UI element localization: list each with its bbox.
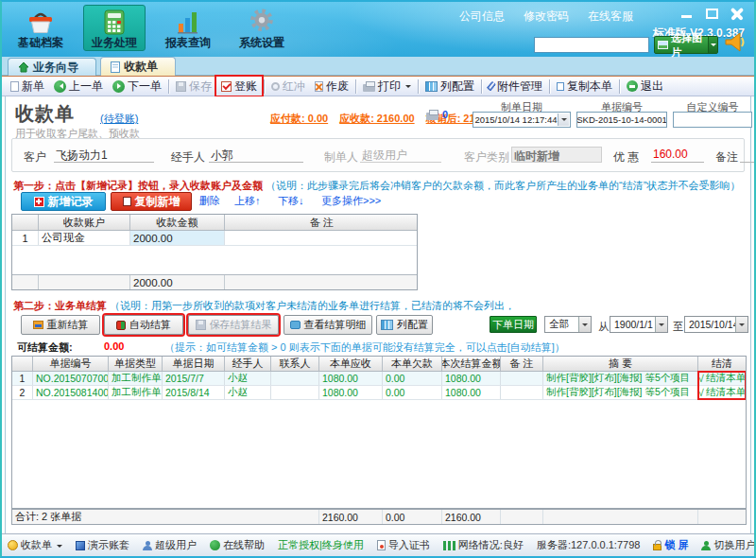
summary-header[interactable]: 摘 要 bbox=[543, 357, 698, 371]
note-cell[interactable] bbox=[501, 386, 543, 399]
bill-no-field[interactable]: SKD-2015-10-14-0001 bbox=[576, 112, 667, 128]
handler-header[interactable]: 经手人 bbox=[225, 357, 271, 371]
note-cell[interactable] bbox=[225, 231, 419, 245]
table-row[interactable]: 2 NO.201508140001 加工制作单 2015/8/14 小赵 108… bbox=[12, 386, 746, 400]
switch-user-button[interactable]: 切换用户 bbox=[701, 538, 755, 552]
bill-no-header[interactable]: 单据编号 bbox=[33, 357, 109, 371]
post-account-button[interactable]: 登账 bbox=[216, 77, 262, 96]
bill-no-cell[interactable]: NO.201507070001 bbox=[33, 372, 109, 385]
tab-business-wizard[interactable]: 业务向导 bbox=[8, 58, 96, 76]
statusbar-help[interactable]: 在线帮助 bbox=[210, 538, 265, 552]
attachments-button[interactable]: 附件管理 bbox=[484, 77, 547, 96]
chevron-down-icon[interactable] bbox=[558, 113, 569, 126]
move-down-link[interactable]: 下移↓ bbox=[278, 194, 304, 208]
summary-cell[interactable]: 制作[背胶][灯布][海报] 等5个项目 bbox=[543, 372, 698, 385]
custom-no-field[interactable] bbox=[673, 112, 752, 128]
image-path-input[interactable] bbox=[534, 37, 649, 53]
prev-bill-button[interactable]: 上一单 bbox=[49, 77, 108, 96]
bill-type-header[interactable]: 单据类型 bbox=[109, 357, 163, 371]
settled-header[interactable]: 本次结算金额 bbox=[442, 357, 501, 371]
horn-icon[interactable] bbox=[723, 31, 747, 57]
table-row[interactable]: 1 公司现金 2000.00 bbox=[12, 231, 417, 246]
discount-field[interactable]: 160.00 bbox=[651, 147, 704, 163]
owed-cell[interactable]: 0.00 bbox=[383, 386, 442, 399]
amount-header[interactable]: 收款金额 bbox=[130, 215, 225, 230]
chevron-down-icon[interactable] bbox=[735, 317, 747, 332]
online-support-link[interactable]: 在线客服 bbox=[588, 9, 633, 25]
pick-image-dropdown[interactable] bbox=[708, 37, 717, 53]
receivable-header[interactable]: 本单应收 bbox=[319, 357, 383, 371]
doc-status-link[interactable]: (待登账) bbox=[100, 112, 138, 126]
statusbar-import-cert[interactable]: 导入证书 bbox=[377, 538, 430, 552]
note-header[interactable]: 备 注 bbox=[501, 357, 543, 371]
chevron-down-icon[interactable] bbox=[655, 317, 667, 332]
statusbar-account-set[interactable]: 演示账套 bbox=[76, 538, 129, 552]
nav-business-process[interactable]: 业务处理 bbox=[83, 5, 146, 51]
printer-icon[interactable] bbox=[426, 113, 438, 120]
delete-link[interactable]: 删除 bbox=[199, 194, 220, 208]
recalc-settle-button[interactable]: 重新结算 bbox=[21, 315, 100, 335]
receivable-cell[interactable]: 1080.00 bbox=[319, 386, 383, 399]
view-settle-detail-button[interactable]: 查看结算明细 bbox=[284, 315, 372, 335]
handler-cell[interactable]: 小赵 bbox=[225, 386, 271, 399]
amount-cell[interactable]: 2000.00 bbox=[130, 231, 225, 245]
contact-header[interactable]: 联系人 bbox=[271, 357, 319, 371]
clear-header[interactable]: 结清 bbox=[698, 357, 746, 371]
note-header[interactable]: 备 注 bbox=[225, 215, 419, 230]
note-cell[interactable] bbox=[501, 372, 543, 385]
order-date-button[interactable]: 下单日期 bbox=[490, 316, 537, 333]
settled-cell[interactable]: 1080.00 bbox=[442, 372, 501, 385]
summary-cell[interactable]: 制作[背胶][灯布][海报] 等5个项目 bbox=[543, 386, 698, 399]
exit-button[interactable]: 退出 bbox=[622, 77, 668, 96]
contact-cell[interactable] bbox=[271, 372, 319, 385]
account-header[interactable]: 收款账户 bbox=[39, 215, 130, 230]
make-date-combo[interactable]: 2015/10/14 12:17:44 bbox=[472, 112, 571, 128]
bill-no-cell[interactable]: NO.201508140001 bbox=[33, 386, 109, 399]
statusbar-user[interactable]: 超级用户 bbox=[143, 538, 197, 552]
range-select[interactable]: 全部 bbox=[544, 316, 592, 333]
bill-date-cell[interactable]: 2015/7/7 bbox=[163, 372, 225, 385]
clear-bill-button[interactable]: √结清本单 bbox=[698, 386, 746, 399]
column-config-button[interactable]: 列配置 bbox=[421, 77, 479, 96]
nav-system-settings[interactable]: 系统设置 bbox=[231, 5, 293, 51]
owed-header[interactable]: 本单欠款 bbox=[383, 357, 442, 371]
receivable-cell[interactable]: 1080.00 bbox=[319, 372, 383, 385]
handler-field[interactable]: 小郭 bbox=[209, 147, 303, 163]
owed-cell[interactable]: 0.00 bbox=[383, 372, 442, 385]
chevron-down-icon[interactable] bbox=[578, 317, 591, 332]
minimize-icon[interactable] bbox=[679, 8, 694, 20]
customer-field[interactable]: 飞扬动力1 bbox=[54, 147, 154, 163]
void-button[interactable]: 作废 bbox=[310, 77, 353, 96]
print-button[interactable]: 打印 bbox=[358, 77, 416, 96]
move-up-link[interactable]: 上移↑ bbox=[234, 194, 261, 208]
auto-settle-button[interactable]: 自动结算 bbox=[104, 315, 183, 335]
table-row[interactable]: 1 NO.201507070001 加工制作单 2015/7/7 小赵 1080… bbox=[12, 372, 746, 386]
bill-type-cell[interactable]: 加工制作单 bbox=[109, 386, 163, 399]
nav-basic-archives[interactable]: 基础档案 bbox=[9, 5, 72, 51]
bill-type-cell[interactable]: 加工制作单 bbox=[109, 372, 163, 385]
company-info-link[interactable]: 公司信息 bbox=[459, 9, 505, 25]
new-bill-button[interactable]: 新单 bbox=[6, 77, 49, 96]
statusbar-doc-menu[interactable]: 收款单 bbox=[8, 538, 62, 552]
close-icon[interactable] bbox=[730, 8, 745, 20]
bill-date-cell[interactable]: 2015/8/14 bbox=[163, 386, 225, 399]
contact-cell[interactable] bbox=[271, 386, 319, 399]
add-record-button[interactable]: 新增记录 bbox=[21, 192, 106, 211]
handler-cell[interactable]: 小赵 bbox=[225, 372, 271, 385]
change-password-link[interactable]: 修改密码 bbox=[524, 9, 569, 25]
tab-receipt[interactable]: 收款单 bbox=[100, 57, 176, 76]
more-actions-link[interactable]: 更多操作>>> bbox=[321, 194, 381, 208]
to-date-select[interactable]: 2015/10/14 bbox=[684, 316, 748, 333]
copy-bill-button[interactable]: 复制本单 bbox=[552, 77, 617, 96]
note-field[interactable] bbox=[740, 147, 755, 163]
clear-bill-button[interactable]: √结清本单 bbox=[698, 372, 746, 385]
settle-column-config-button[interactable]: 列配置 bbox=[376, 315, 433, 335]
bill-date-header[interactable]: 单据日期 bbox=[163, 357, 225, 371]
next-bill-button[interactable]: 下一单 bbox=[108, 77, 166, 96]
from-date-select[interactable]: 1900/1/1 bbox=[610, 316, 668, 333]
pick-image-button[interactable]: 选择图片 bbox=[654, 36, 718, 54]
settled-cell[interactable]: 1080.00 bbox=[442, 386, 501, 399]
copy-add-button[interactable]: 复制新增 bbox=[111, 192, 192, 211]
nav-report-query[interactable]: 报表查询 bbox=[157, 5, 219, 51]
lock-screen-button[interactable]: 锁 屏 bbox=[653, 538, 688, 552]
